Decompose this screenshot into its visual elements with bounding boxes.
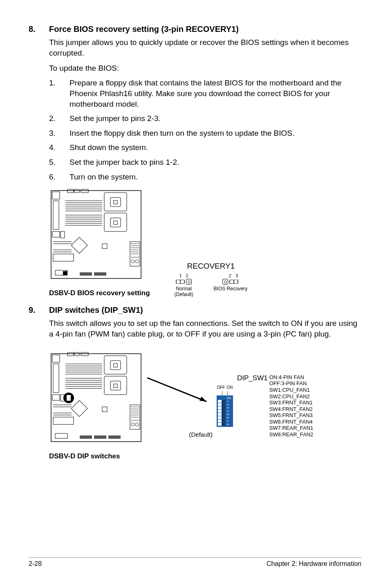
svg-rect-60	[114, 384, 117, 388]
arrow-down-icon: ↓	[226, 390, 229, 395]
svg-rect-32	[102, 244, 107, 249]
default-label: (Default)	[189, 431, 213, 438]
svg-rect-2	[74, 189, 79, 193]
svg-rect-78	[53, 417, 74, 424]
section-8-intro: This jumper allows you to quickly update…	[49, 37, 361, 58]
svg-rect-7	[61, 231, 65, 238]
svg-rect-52	[53, 364, 59, 393]
svg-rect-92	[94, 435, 106, 439]
svg-rect-91	[80, 435, 92, 439]
svg-line-96	[147, 378, 206, 402]
svg-rect-9	[110, 197, 121, 206]
svg-rect-51	[52, 355, 60, 362]
svg-rect-12	[110, 218, 121, 227]
section-8-steps: 1.Prepare a floppy disk that contains th…	[49, 78, 361, 182]
jumper-diagram: RECOVERY1 12 Normal (Default)	[175, 262, 248, 297]
svg-rect-11	[104, 213, 127, 231]
chapter-label: Chapter 2: Hardware information	[267, 560, 361, 568]
svg-rect-46	[63, 271, 67, 275]
arrow-icon	[147, 374, 213, 411]
step-5: 5.Set the jumper back to pins 1-2.	[49, 157, 361, 168]
svg-rect-4	[52, 192, 60, 199]
jumper-name: RECOVERY1	[187, 262, 235, 271]
svg-marker-97	[199, 397, 206, 402]
step-6: 6.Turn on the system.	[49, 172, 361, 182]
section-8-title: Force BIOS recovery setting (3-pin RECOV…	[49, 25, 239, 34]
svg-point-89	[135, 423, 139, 426]
section-8-diagram: DSBV-D BIOS recovery setting RECOVERY1 1…	[49, 189, 361, 297]
jumper-recovery: 23 BIOS Recovery	[214, 273, 248, 297]
step-1: 1.Prepare a floppy disk that contains th…	[49, 78, 361, 109]
dip-switch-visual: OFF ON ↓ ↓ ON 1 2 3 4 5 6 7 8	[217, 385, 233, 427]
svg-rect-73	[71, 400, 87, 417]
svg-point-42	[135, 260, 139, 263]
section-8-subheading: To update the BIOS:	[49, 64, 361, 73]
diagram-1-caption: DSBV-D BIOS recovery setting	[49, 289, 150, 297]
motherboard-diagram-1	[49, 189, 143, 287]
section-9-intro: This switch allows you to set up the fan…	[49, 318, 361, 339]
section-8-number: 8.	[29, 25, 49, 34]
step-4: 4.Shut down the system.	[49, 142, 361, 153]
motherboard-diagram-2	[49, 352, 143, 450]
svg-rect-1	[67, 189, 74, 193]
svg-rect-48	[67, 352, 74, 356]
svg-rect-93	[108, 435, 121, 439]
step-2: 2.Set the jumper to pins 2-3.	[49, 113, 361, 124]
svg-rect-26	[71, 238, 87, 254]
svg-rect-95	[67, 395, 71, 401]
page-number: 2-28	[29, 560, 42, 568]
svg-rect-58	[104, 376, 127, 395]
svg-rect-6	[52, 231, 60, 237]
dip-legend: ON:4-PIN FAN OFF:3-PIN FAN SW1:CPU_FAN1 …	[269, 374, 314, 438]
svg-rect-45	[94, 272, 106, 276]
svg-rect-59	[110, 381, 121, 390]
dip-connector-name: DIP_SW1	[237, 374, 268, 382]
svg-rect-90	[55, 433, 67, 438]
jumper-normal: 12 Normal (Default)	[175, 273, 193, 297]
svg-rect-10	[114, 200, 117, 204]
svg-point-88	[131, 423, 134, 426]
svg-rect-53	[52, 395, 60, 400]
svg-rect-31	[53, 254, 74, 261]
svg-rect-13	[114, 221, 117, 224]
step-3: 3.Insert the floppy disk then turn on th…	[49, 128, 361, 139]
section-9-heading: 9. DIP switches (DIP_SW1)	[29, 305, 361, 315]
svg-rect-56	[110, 361, 121, 370]
svg-rect-3	[81, 189, 88, 193]
page-footer: 2-28 Chapter 2: Hardware information	[29, 557, 361, 568]
svg-rect-8	[104, 193, 127, 211]
svg-rect-57	[114, 364, 117, 367]
section-9-number: 9.	[29, 305, 49, 315]
svg-rect-44	[80, 272, 92, 276]
section-9-diagram: DSBV-D DIP switches (Default) OFF ON ↓ ↓…	[49, 352, 361, 460]
svg-rect-55	[104, 356, 127, 374]
arrow-down-icon: ↓	[221, 390, 224, 395]
diagram-2-caption: DSBV-D DIP switches	[49, 452, 143, 460]
svg-rect-5	[53, 201, 59, 229]
svg-rect-49	[74, 352, 79, 356]
section-9-title: DIP switches (DIP_SW1)	[49, 305, 143, 315]
section-8-heading: 8. Force BIOS recovery setting (3-pin RE…	[29, 25, 361, 34]
svg-rect-50	[81, 352, 88, 356]
svg-rect-79	[102, 407, 107, 412]
svg-point-41	[131, 260, 134, 263]
